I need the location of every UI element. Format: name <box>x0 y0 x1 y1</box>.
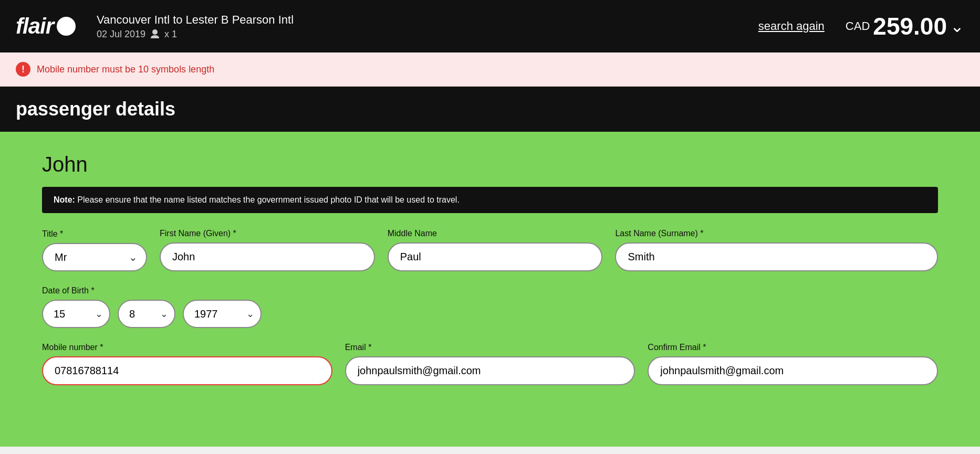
price-cad-label: CAD <box>846 19 870 33</box>
passenger-name: John <box>42 153 938 176</box>
dob-selects: 1234 5678 9101112 13141516 17181920 2122… <box>42 300 262 328</box>
title-select-wrapper: Mr Mrs Ms Miss Dr ⌄ <box>42 243 147 271</box>
dob-month-select[interactable]: 1234 5678 9101112 <box>118 300 175 328</box>
error-icon: ! <box>16 62 30 77</box>
email-label: Email * <box>345 343 635 352</box>
logo-area: flair <box>16 14 76 39</box>
flight-date: 02 Jul 2019 <box>97 29 145 40</box>
dob-year-select[interactable]: 1970197119721973 1974197519761977 197819… <box>183 300 262 328</box>
confirm-email-label: Confirm Email * <box>648 343 938 352</box>
error-message: Mobile number must be 10 symbols length <box>37 64 214 75</box>
logo-circle <box>57 17 76 36</box>
form-group-mobile: Mobile number * <box>42 343 332 385</box>
form-group-title: Title * Mr Mrs Ms Miss Dr ⌄ <box>42 229 147 271</box>
form-group-middle-name: Middle Name <box>388 229 603 271</box>
middle-name-label: Middle Name <box>388 229 603 238</box>
section-title: passenger details <box>16 98 964 120</box>
last-name-input[interactable] <box>615 242 938 271</box>
first-name-input[interactable] <box>160 242 375 271</box>
form-group-first-name: First Name (Given) * <box>160 229 375 271</box>
form-group-email: Email * <box>345 343 635 385</box>
flight-info: Vancouver Intl to Lester B Pearson Intl … <box>97 13 294 40</box>
main-content: John Note: Please ensure that the name l… <box>0 132 980 447</box>
dob-label: Date of Birth * <box>42 286 262 295</box>
form-row-name: Title * Mr Mrs Ms Miss Dr ⌄ First Name (… <box>42 229 938 271</box>
header: flair Vancouver Intl to Lester B Pearson… <box>0 0 980 52</box>
title-select[interactable]: Mr Mrs Ms Miss Dr <box>42 243 147 271</box>
confirm-email-input[interactable] <box>648 356 938 385</box>
search-again-button[interactable]: search again <box>758 19 825 33</box>
title-label: Title * <box>42 229 147 239</box>
note-box: Note: Please ensure that the name listed… <box>42 187 938 213</box>
flight-route: Vancouver Intl to Lester B Pearson Intl <box>97 13 294 27</box>
svg-point-0 <box>152 29 158 35</box>
dob-day-wrapper: 1234 5678 9101112 13141516 17181920 2122… <box>42 300 110 328</box>
error-banner: ! Mobile number must be 10 symbols lengt… <box>0 52 980 87</box>
flight-details: 02 Jul 2019 x 1 <box>97 29 294 40</box>
email-input[interactable] <box>345 356 635 385</box>
mobile-input[interactable] <box>42 356 332 385</box>
form-row-dob: Date of Birth * 1234 5678 9101112 131415… <box>42 286 938 328</box>
price-area: CAD 259.00 ⌄ <box>846 12 964 40</box>
price-amount: 259.00 <box>873 12 947 40</box>
note-text: Please ensure that the name listed match… <box>77 195 460 204</box>
header-right: search again CAD 259.00 ⌄ <box>758 12 964 40</box>
price-chevron-icon[interactable]: ⌄ <box>950 16 964 36</box>
dob-day-select[interactable]: 1234 5678 9101112 13141516 17181920 2122… <box>42 300 110 328</box>
passenger-count: x 1 <box>164 29 177 40</box>
middle-name-input[interactable] <box>388 242 603 271</box>
note-prefix: Note: <box>54 195 75 204</box>
dob-group: Date of Birth * 1234 5678 9101112 131415… <box>42 286 262 328</box>
dob-year-wrapper: 1970197119721973 1974197519761977 197819… <box>183 300 262 328</box>
logo-text: flair <box>16 14 54 39</box>
form-row-contact: Mobile number * Email * Confirm Email * <box>42 343 938 385</box>
dob-month-wrapper: 1234 5678 9101112 ⌄ <box>118 300 175 328</box>
section-header: passenger details <box>0 87 980 132</box>
form-group-last-name: Last Name (Surname) * <box>615 229 938 271</box>
last-name-label: Last Name (Surname) * <box>615 229 938 238</box>
person-icon <box>150 29 160 39</box>
form-group-confirm-email: Confirm Email * <box>648 343 938 385</box>
first-name-label: First Name (Given) * <box>160 229 375 238</box>
mobile-label: Mobile number * <box>42 343 332 352</box>
